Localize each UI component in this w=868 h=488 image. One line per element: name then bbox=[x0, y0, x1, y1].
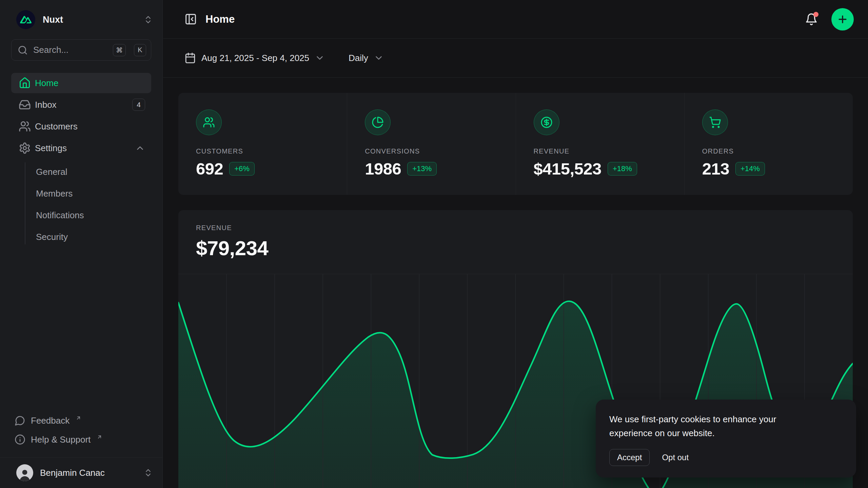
pie-chart-icon bbox=[365, 109, 391, 135]
sidebar-item-security[interactable]: Security bbox=[36, 226, 151, 248]
stat-label: CUSTOMERS bbox=[196, 147, 347, 155]
revenue-panel-label: REVENUE bbox=[196, 224, 853, 232]
stat-change-badge: +13% bbox=[407, 162, 437, 176]
page-title: Home bbox=[205, 13, 235, 25]
revenue-panel-value: $79,234 bbox=[196, 237, 853, 260]
user-menu[interactable]: Benjamin Canac bbox=[16, 458, 153, 488]
stat-value: $415,523 bbox=[534, 159, 601, 178]
stat-label: REVENUE bbox=[534, 147, 684, 155]
stat-label: ORDERS bbox=[702, 147, 853, 155]
circle-dollar-icon bbox=[534, 109, 559, 135]
kbd-cmd: ⌘ bbox=[113, 44, 126, 56]
sidebar-item-label: Home bbox=[35, 78, 58, 88]
filter-row: Aug 21, 2025 - Sep 4, 2025 Daily bbox=[163, 39, 868, 78]
sidebar-item-home[interactable]: Home bbox=[11, 73, 151, 93]
cookie-message: We use first-party cookies to enhance yo… bbox=[609, 412, 809, 440]
chevron-down-icon bbox=[374, 53, 384, 63]
user-name: Benjamin Canac bbox=[40, 468, 137, 478]
sidebar-item-label: Inbox bbox=[35, 100, 57, 110]
stat-value: 1986 bbox=[365, 159, 401, 178]
sidebar-item-customers[interactable]: Customers bbox=[11, 116, 151, 137]
stat-change-badge: +18% bbox=[608, 162, 637, 176]
sidebar: Nuxt Search... ⌘ K Home Inbox 4 bbox=[0, 0, 163, 488]
home-icon bbox=[19, 77, 31, 89]
chevrons-up-down-icon bbox=[143, 15, 153, 24]
sidebar-item-inbox[interactable]: Inbox 4 bbox=[11, 95, 151, 115]
sidebar-item-label: Customers bbox=[35, 121, 78, 132]
message-bubble-icon bbox=[15, 415, 25, 426]
period-select[interactable]: Daily bbox=[349, 53, 384, 63]
sidebar-footer: Feedback Help & Support Benjamin Canac bbox=[0, 411, 162, 488]
stats-panel: CUSTOMERS 692 +6% CONVERSIONS 1986 +13% bbox=[178, 93, 853, 195]
feedback-label: Feedback bbox=[31, 415, 70, 426]
kbd-k: K bbox=[134, 44, 146, 56]
cookie-banner: We use first-party cookies to enhance yo… bbox=[596, 400, 856, 477]
workspace-name: Nuxt bbox=[43, 15, 136, 25]
help-support-label: Help & Support bbox=[31, 434, 91, 445]
chevrons-up-down-icon bbox=[143, 468, 153, 477]
feedback-link[interactable]: Feedback bbox=[11, 411, 151, 430]
external-link-icon bbox=[97, 434, 102, 440]
settings-subnav: General Members Notifications Security bbox=[25, 161, 151, 248]
workspace-switcher[interactable]: Nuxt bbox=[16, 10, 153, 29]
stat-change-badge: +6% bbox=[229, 162, 255, 176]
topbar: Home bbox=[163, 0, 868, 39]
users-icon bbox=[196, 109, 222, 135]
chevron-up-icon bbox=[135, 143, 145, 153]
chevron-down-icon bbox=[315, 53, 325, 63]
cookie-accept-button[interactable]: Accept bbox=[609, 449, 650, 466]
sidebar-item-notifications[interactable]: Notifications bbox=[36, 204, 151, 226]
info-circle-icon bbox=[15, 434, 25, 445]
search-icon bbox=[18, 45, 28, 55]
notification-dot bbox=[813, 12, 818, 17]
search-input[interactable]: Search... ⌘ K bbox=[11, 39, 151, 61]
sidebar-item-members[interactable]: Members bbox=[36, 183, 151, 204]
add-button[interactable] bbox=[831, 8, 854, 30]
period-value: Daily bbox=[349, 53, 368, 63]
stat-change-badge: +14% bbox=[735, 162, 765, 176]
help-support-link[interactable]: Help & Support bbox=[11, 430, 151, 449]
stat-orders: ORDERS 213 +14% bbox=[684, 93, 853, 195]
search-placeholder: Search... bbox=[33, 45, 107, 55]
sidebar-item-general[interactable]: General bbox=[36, 161, 151, 183]
notifications-button[interactable] bbox=[805, 13, 818, 26]
plus-icon bbox=[837, 14, 848, 25]
gear-icon bbox=[19, 142, 31, 154]
sidebar-item-label: Settings bbox=[35, 143, 67, 154]
subnav-label: Notifications bbox=[36, 210, 84, 221]
cookie-optout-button[interactable]: Opt out bbox=[662, 453, 689, 462]
external-link-icon bbox=[76, 415, 81, 421]
date-range-value: Aug 21, 2025 - Sep 4, 2025 bbox=[201, 53, 309, 63]
shopping-cart-icon bbox=[702, 109, 728, 135]
panel-left-icon bbox=[184, 13, 197, 25]
avatar bbox=[16, 464, 33, 481]
stat-value: 213 bbox=[702, 159, 729, 178]
subnav-label: General bbox=[36, 167, 67, 177]
stat-value: 692 bbox=[196, 159, 223, 178]
stat-label: CONVERSIONS bbox=[365, 147, 515, 155]
stat-revenue: REVENUE $415,523 +18% bbox=[516, 93, 684, 195]
nuxt-mountain-icon bbox=[20, 14, 32, 25]
stat-customers: CUSTOMERS 692 +6% bbox=[178, 93, 347, 195]
subnav-label: Security bbox=[36, 232, 68, 242]
nuxt-logo bbox=[16, 10, 35, 29]
stat-conversions: CONVERSIONS 1986 +13% bbox=[347, 93, 515, 195]
calendar-icon bbox=[184, 52, 196, 64]
date-range-picker[interactable]: Aug 21, 2025 - Sep 4, 2025 bbox=[184, 52, 325, 64]
sidebar-item-settings[interactable]: Settings bbox=[11, 138, 151, 158]
sidebar-nav: Home Inbox 4 Customers Settings Ge bbox=[11, 73, 151, 248]
users-icon bbox=[19, 120, 31, 133]
collapse-sidebar-button[interactable] bbox=[184, 13, 197, 25]
subnav-label: Members bbox=[36, 188, 73, 199]
inbox-icon bbox=[19, 99, 31, 111]
inbox-count-badge: 4 bbox=[132, 99, 145, 111]
